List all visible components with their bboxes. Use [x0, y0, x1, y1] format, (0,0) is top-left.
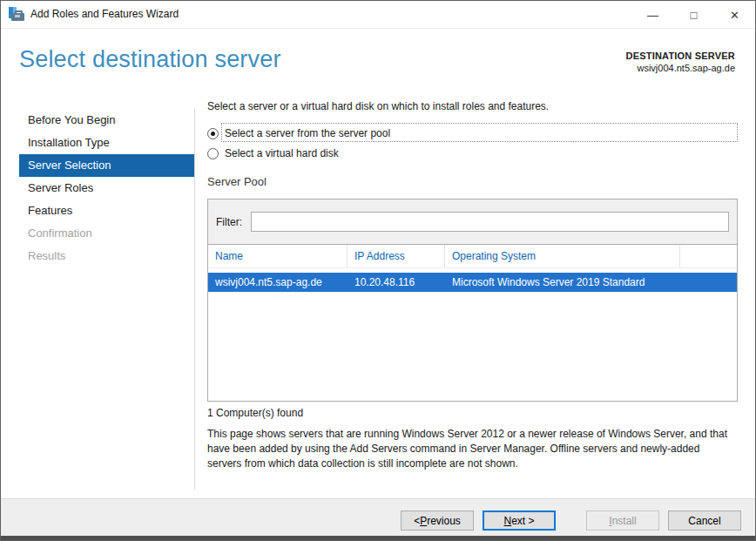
page-title: Select destination server — [19, 46, 281, 73]
column-header-ip-address[interactable]: IP Address — [348, 245, 445, 267]
destination-server-value: wsivj004.nt5.sap-ag.de — [626, 63, 735, 73]
install-button: Install — [586, 511, 659, 531]
radio-button-icon[interactable] — [207, 128, 219, 139]
destination-server-block: DESTINATION SERVER wsivj004.nt5.sap-ag.d… — [626, 51, 735, 73]
radio-select-virtual-hard-disk[interactable]: Select a virtual hard disk — [207, 145, 738, 162]
sidebar-item-server-selection[interactable]: Server Selection — [19, 154, 194, 177]
button-bar: < Previous Next > Install Cancel — [1, 498, 755, 538]
server-pool-panel: Filter: Name IP Address Operating System… — [207, 199, 738, 402]
intro-text: Select a server or a virtual hard disk o… — [207, 100, 738, 112]
window-title: Add Roles and Features Wizard — [30, 8, 179, 20]
server-pool-table: Name IP Address Operating System wsivj00… — [208, 244, 737, 401]
sidebar-item-installation-type[interactable]: Installation Type — [19, 132, 194, 154]
table-header-row: Name IP Address Operating System — [208, 245, 737, 268]
sidebar-divider — [194, 109, 195, 490]
cell-operating-system: Microsoft Windows Server 2019 Standard — [445, 276, 680, 288]
sidebar-item-before-you-begin[interactable]: Before You Begin — [19, 109, 194, 132]
server-pool-heading: Server Pool — [207, 175, 738, 188]
server-manager-icon — [9, 7, 25, 22]
filter-label: Filter: — [216, 216, 242, 228]
destination-server-label: DESTINATION SERVER — [626, 51, 735, 61]
wizard-window: Add Roles and Features Wizard — □ ✕ Sele… — [0, 0, 756, 541]
radio-label: Select a server from the server pool — [225, 127, 390, 139]
sidebar-item-confirmation: Confirmation — [19, 222, 194, 245]
title-bar: Add Roles and Features Wizard — □ ✕ — [1, 1, 755, 29]
next-button[interactable]: Next > — [483, 511, 556, 531]
previous-button[interactable]: < Previous — [401, 511, 474, 531]
computers-found-text: 1 Computer(s) found — [207, 407, 303, 419]
column-header-filler — [680, 245, 737, 267]
main-content: Select a server or a virtual hard disk o… — [207, 100, 738, 195]
radio-select-server-from-pool[interactable]: Select a server from the server pool — [207, 125, 738, 142]
minimize-icon[interactable]: — — [632, 1, 673, 29]
window-controls: — □ ✕ — [632, 1, 755, 29]
radio-label: Select a virtual hard disk — [225, 147, 339, 159]
window-bottom-edge — [1, 536, 755, 540]
maximize-icon[interactable]: □ — [673, 1, 714, 29]
sidebar-item-results: Results — [19, 245, 194, 267]
filter-strip: Filter: — [208, 199, 737, 244]
column-header-name[interactable]: Name — [208, 245, 348, 267]
radio-button-icon[interactable] — [207, 148, 219, 159]
page-description: This page shows servers that are running… — [207, 427, 733, 471]
column-header-operating-system[interactable]: Operating System — [445, 245, 680, 267]
wizard-steps-sidebar: Before You Begin Installation Type Serve… — [19, 109, 194, 267]
table-row[interactable]: wsivj004.nt5.sap-ag.de 10.20.48.116 Micr… — [208, 273, 737, 292]
filter-input[interactable] — [251, 212, 729, 232]
sidebar-item-server-roles[interactable]: Server Roles — [19, 177, 194, 199]
sidebar-item-features[interactable]: Features — [19, 199, 194, 222]
close-icon[interactable]: ✕ — [714, 1, 755, 29]
cancel-button[interactable]: Cancel — [668, 511, 741, 531]
cell-ip-address: 10.20.48.116 — [348, 276, 445, 288]
cell-name: wsivj004.nt5.sap-ag.de — [208, 276, 348, 288]
